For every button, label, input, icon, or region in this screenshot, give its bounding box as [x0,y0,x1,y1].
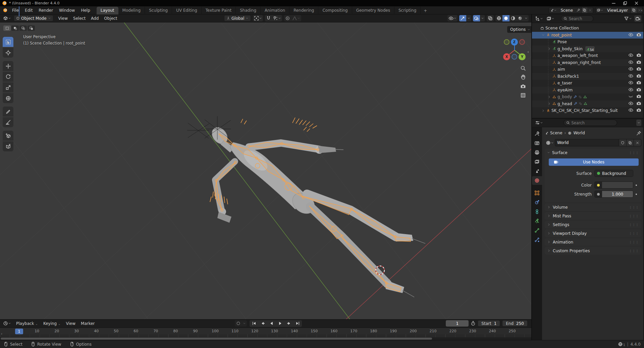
panel-drag-dots[interactable]: ⋮⋮⋮ [629,249,639,253]
panel-drag-dots[interactable]: ⋮⋮⋮ [629,223,639,226]
shading-wireframe-button[interactable] [495,15,502,21]
outliner-row-scene-collection[interactable]: Scene Collection [532,25,643,32]
properties-tab-constraints[interactable] [532,207,542,216]
panel-mist-pass-header[interactable]: Mist Pass⋮⋮⋮ [545,212,641,220]
tool-transform-button[interactable] [3,93,13,103]
transform-orientation-dropdown[interactable]: Global [224,15,251,21]
outliner-row-a-weapon-left-front[interactable]: a_weapon_left_front [532,52,643,59]
render-toggle[interactable] [636,60,641,66]
orthographic-toggle-icon[interactable] [520,92,526,98]
jump-start-button[interactable] [250,320,258,327]
workspace-tab-compositing[interactable]: Compositing [318,7,352,14]
hide-toggle[interactable] [628,87,633,93]
properties-tab-bone[interactable] [532,226,542,235]
object-visibility-button[interactable] [447,15,458,21]
network-icon[interactable] [618,342,623,347]
mode-dropdown[interactable]: Object Mode [14,15,53,21]
render-toggle[interactable] [636,32,641,38]
viewport-menu-object[interactable]: Object [101,15,120,22]
color-swatch[interactable] [602,182,633,188]
panel-viewport-display-header[interactable]: Viewport Display⋮⋮⋮ [545,229,641,237]
workspace-tab-rendering[interactable]: Rendering [289,7,318,14]
navigation-gizmo[interactable]: Z X Y [499,36,530,66]
properties-search[interactable] [564,120,617,126]
viewport-menu-select[interactable]: Select [70,15,88,22]
menu-file[interactable]: File [9,7,22,14]
unlink-world-button[interactable] [634,139,641,146]
gizmo-z-ball[interactable]: Z [511,39,518,46]
outliner-row-backpack1[interactable]: BackPack1 [532,73,643,80]
viewlayer-selector[interactable]: ViewLayer [595,7,643,13]
panel-drag-dots[interactable]: ⋮⋮⋮ [629,232,639,235]
select-mode-intersect-button[interactable] [28,25,35,31]
pan-hand-icon[interactable] [520,74,526,80]
timeline-ruler[interactable]: 1 10203040506070809010011012013014015016… [0,328,531,335]
proportional-falloff-button[interactable] [291,15,301,21]
outliner-filter-id-button[interactable] [545,15,555,22]
minimize-button[interactable] [608,0,619,6]
outliner-row-e-taser[interactable]: e_taser [532,80,643,87]
outliner-row-aim[interactable]: aim [532,66,643,73]
outliner-search[interactable] [561,15,593,22]
auto-keying-button[interactable] [235,320,242,327]
hide-toggle[interactable] [628,80,633,86]
workspace-tab-uv-editing[interactable]: UV Editing [172,7,202,14]
new-world-button[interactable] [627,139,634,146]
panel-drag-dots[interactable]: ⋮⋮⋮ [629,206,639,209]
hide-toggle[interactable] [628,53,633,59]
properties-tab-object-data[interactable] [532,217,542,225]
timeline-scrollbar[interactable] [0,337,531,340]
workspace-tab-layout[interactable]: Layout [97,7,118,14]
outliner-row-g-head[interactable]: g_head [532,100,643,108]
new-viewlayer-icon[interactable] [632,8,636,12]
gizmo-x-ball[interactable]: X [503,53,510,60]
panel-drag-dots[interactable]: ⋮⋮⋮ [629,214,639,218]
tool-cursor-button[interactable] [3,48,13,58]
hide-toggle[interactable] [628,60,633,66]
surface-value-field[interactable]: Background [594,170,633,177]
proportional-editing-button[interactable] [284,15,291,21]
properties-tab-tool[interactable] [532,129,542,138]
new-scene-icon[interactable] [583,8,586,12]
camera-view-icon[interactable] [520,83,526,89]
panel-drag-dots[interactable]: ⋮⋮⋮ [629,240,639,244]
keying-settings-button[interactable] [242,320,247,327]
render-toggle[interactable] [636,53,641,59]
gizmo-y-ball[interactable]: Y [519,53,526,60]
shading-solid-button[interactable] [502,15,509,21]
tool-annotate-button[interactable] [3,107,13,117]
use-nodes-button[interactable]: Use Nodes [549,158,639,166]
shading-settings-button[interactable] [524,15,529,21]
sidebar-collapse-handle[interactable]: ‹ [527,49,529,54]
outliner-display-mode-button[interactable] [534,15,544,22]
scene-selector[interactable]: Scene [549,7,593,13]
tool-extra-tool-button[interactable] [3,141,13,151]
play-button[interactable] [276,320,284,327]
snap-toggle-button[interactable] [265,15,272,21]
viewport-menu-add[interactable]: Add [88,15,101,22]
current-frame-badge[interactable]: 1 [15,329,23,334]
panel-volume-header[interactable]: Volume⋮⋮⋮ [545,203,641,211]
outliner-filter-button[interactable] [623,15,633,22]
properties-tab-view-layer[interactable] [532,157,542,166]
outliner-row-pose[interactable]: Pose [532,39,643,46]
tool-scale-button[interactable] [3,82,13,92]
hide-toggle[interactable] [628,66,633,72]
properties-tab-scene[interactable] [532,167,542,176]
stopwatch-icon[interactable] [471,321,476,326]
frame-start-field[interactable]: Start1 [478,320,500,327]
properties-tab-render[interactable] [532,139,542,147]
strength-field[interactable]: 1.000 [594,191,633,198]
animate-dot[interactable] [633,185,639,186]
toggle-xray-button[interactable] [487,15,494,21]
shading-rendered-button[interactable] [517,15,524,21]
frame-end-field[interactable]: End250 [502,320,528,327]
render-toggle[interactable] [636,108,641,114]
gizmo-minus-z-ball[interactable] [512,54,517,60]
render-toggle[interactable] [636,94,641,100]
outliner-row-sk-ch-sk-ch-star-starting-suit[interactable]: SK_CH_SK_CH_Star_Starting_Suit [532,107,643,114]
world-browse-button[interactable] [545,140,555,146]
viewport-canvas[interactable]: User Perspective (1) Scene Collection | … [0,22,531,319]
play-reverse-button[interactable] [267,320,276,327]
select-mode-extend-button[interactable] [11,25,19,31]
